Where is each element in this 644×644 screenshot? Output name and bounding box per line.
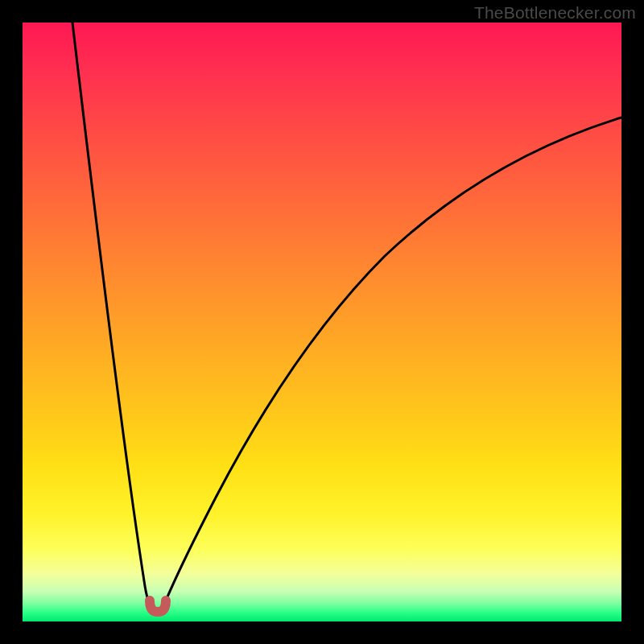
valley-marker xyxy=(150,601,166,612)
curve-left-branch xyxy=(72,23,150,604)
attribution-label: TheBottlenecker.com xyxy=(474,3,636,23)
curve-right-branch xyxy=(166,118,621,601)
plot-area xyxy=(23,23,621,621)
chart-frame: TheBottlenecker.com xyxy=(0,0,644,644)
curve-layer xyxy=(23,23,621,621)
